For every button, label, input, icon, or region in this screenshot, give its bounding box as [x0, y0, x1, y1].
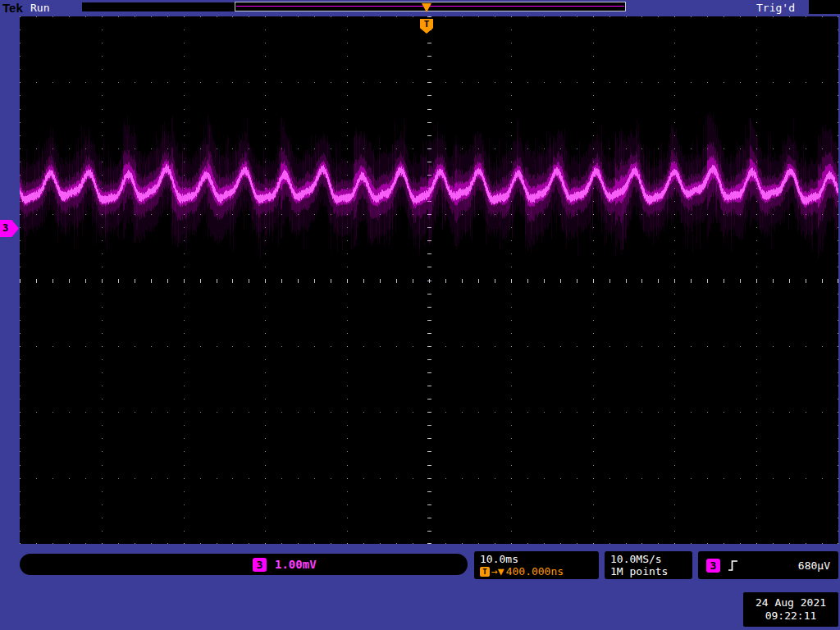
trigger-t-icon: T — [480, 567, 490, 577]
trigger-source-badge: 3 — [706, 559, 720, 573]
horizontal-readout: 10.0ms T →▼ 400.000ns — [474, 551, 599, 579]
time-per-division: 10.0ms — [480, 553, 593, 565]
delay-value: 400.000ns — [506, 565, 564, 578]
delay-arrow-icons: →▼ — [491, 565, 504, 578]
tek-logo: Tek — [2, 1, 23, 15]
trigger-status: Trig'd — [756, 2, 795, 14]
sample-rate: 10.0MS/s — [610, 553, 687, 565]
channel-3-position-marker: 3 — [0, 220, 19, 237]
oscilloscope-screen: T — [20, 16, 838, 544]
trigger-position-arrow-icon — [422, 3, 431, 12]
channel-3-badge: 3 — [253, 558, 267, 572]
top-right-black-panel — [809, 0, 840, 14]
time-value: 09:22:11 — [765, 609, 817, 623]
acquisition-status: Run — [30, 2, 49, 14]
graticule-waveform-canvas — [20, 16, 838, 544]
channel-3-scale: 1.00mV — [275, 558, 317, 571]
vertical-scale-readout: 3 1.00mV — [20, 554, 468, 575]
top-black-strip — [82, 2, 235, 11]
trigger-level-value: 680µV — [798, 559, 830, 572]
acquisition-readout: 10.0MS/s 1M points — [605, 551, 692, 579]
datetime-readout: 24 Aug 2021 09:22:11 — [743, 592, 838, 627]
delay-readout: T →▼ 400.000ns — [480, 565, 593, 578]
record-length: 1M points — [610, 565, 687, 578]
trigger-readout: 3 680µV — [698, 551, 838, 579]
rising-edge-slope-icon — [728, 559, 738, 572]
date-value: 24 Aug 2021 — [756, 596, 826, 609]
